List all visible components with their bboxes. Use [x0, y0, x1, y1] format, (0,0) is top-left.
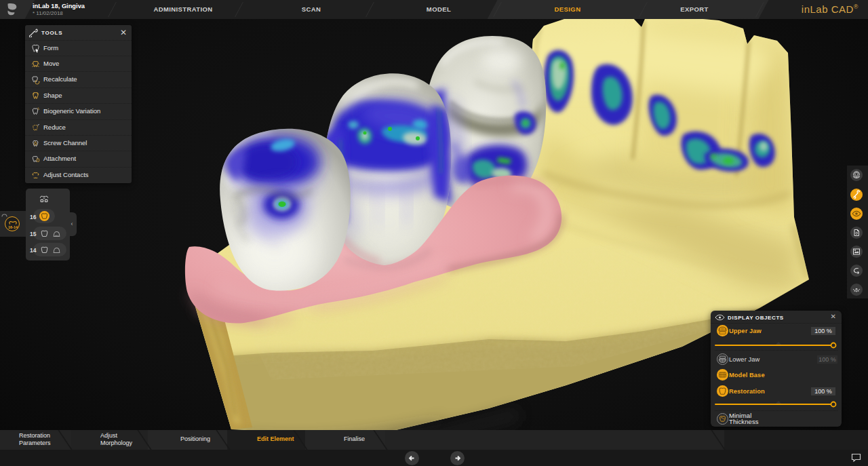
- svg-text:16-14: 16-14: [8, 225, 18, 229]
